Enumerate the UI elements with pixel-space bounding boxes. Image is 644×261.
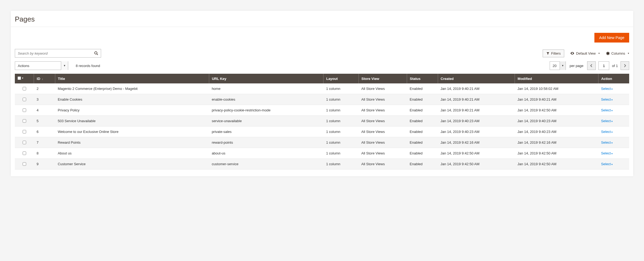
toolbar-top: Filters Default View Columns: [15, 49, 629, 58]
row-select-link[interactable]: Select: [601, 130, 613, 134]
add-new-page-button[interactable]: Add New Page: [594, 33, 629, 43]
filters-label: Filters: [551, 51, 561, 55]
cell-created: Jan 14, 2019 9:40:21 AM: [438, 94, 515, 105]
cell-store-view: All Store Views: [359, 83, 407, 94]
row-checkbox[interactable]: [23, 119, 26, 123]
svg-point-2: [572, 53, 573, 54]
search-icon[interactable]: [94, 51, 99, 56]
cell-store-view: All Store Views: [359, 148, 407, 159]
col-store-label: Store View: [361, 77, 379, 81]
columns-button[interactable]: Columns: [606, 51, 629, 55]
col-header-id[interactable]: ID↓: [34, 74, 55, 83]
row-select-link[interactable]: Select: [601, 87, 613, 91]
chevron-down-icon: ▼: [22, 77, 24, 79]
row-checkbox-cell: [15, 126, 34, 137]
left-group: Actions ▼ 8 records found: [15, 61, 100, 70]
prev-page-button[interactable]: [587, 61, 596, 70]
row-select-link[interactable]: Select: [601, 151, 613, 155]
col-header-created[interactable]: Created: [438, 74, 515, 83]
default-view-label: Default View: [576, 51, 596, 55]
col-status-label: Status: [410, 77, 421, 81]
row-checkbox[interactable]: [23, 108, 26, 112]
search-input[interactable]: [17, 51, 94, 56]
page-number-input[interactable]: [598, 61, 609, 70]
cell-status: Enabled: [407, 116, 438, 126]
next-page-button[interactable]: [621, 61, 629, 70]
actions-label: Actions: [15, 64, 61, 68]
per-page-label: per page: [570, 64, 583, 68]
chevron-left-icon: [590, 64, 593, 67]
row-checkbox-cell: [15, 148, 34, 159]
cell-modified: Jan 14, 2019 9:40:23 AM: [515, 126, 598, 137]
col-header-store-view[interactable]: Store View: [359, 74, 407, 83]
row-select-link[interactable]: Select: [601, 119, 613, 123]
col-header-layout[interactable]: Layout: [323, 74, 359, 83]
row-checkbox[interactable]: [23, 162, 26, 166]
cell-status: Enabled: [407, 126, 438, 137]
cell-layout: 1 column: [323, 126, 359, 137]
pager: of 1: [587, 61, 629, 70]
cell-status: Enabled: [407, 159, 438, 170]
row-checkbox[interactable]: [23, 130, 26, 133]
row-select-link[interactable]: Select: [601, 162, 613, 166]
actions-select[interactable]: Actions ▼: [15, 61, 68, 70]
row-select-link[interactable]: Select: [601, 97, 613, 101]
per-page-value: 20: [550, 64, 560, 68]
svg-point-0: [95, 52, 97, 54]
table-row: 4Privacy Policyprivacy-policy-cookie-res…: [15, 105, 629, 116]
col-modified-label: Modified: [518, 77, 532, 81]
cell-title: Enable Cookies: [55, 94, 209, 105]
col-header-url-key[interactable]: URL Key: [209, 74, 323, 83]
cell-modified: Jan 14, 2019 9:42:50 AM: [515, 159, 598, 170]
cell-created: Jan 14, 2019 9:42:16 AM: [438, 137, 515, 148]
select-all-checkbox[interactable]: [18, 76, 21, 80]
cell-action: Select: [598, 83, 629, 94]
cell-url-key: enable-cookies: [209, 94, 323, 105]
columns-label: Columns: [611, 51, 625, 55]
table-row: 5503 Service Unavailableservice-unavaila…: [15, 116, 629, 126]
cell-store-view: All Store Views: [359, 105, 407, 116]
table-row: 3Enable Cookiesenable-cookies1 columnAll…: [15, 94, 629, 105]
col-header-modified[interactable]: Modified: [515, 74, 598, 83]
col-url-label: URL Key: [212, 77, 226, 81]
cell-action: Select: [598, 116, 629, 126]
data-grid: ▼ ID↓ Title URL Key Layout Store View St…: [15, 74, 629, 170]
header-bar: Add New Page: [15, 27, 629, 49]
row-checkbox-cell: [15, 116, 34, 126]
records-found: 8 records found: [76, 64, 100, 68]
default-view-button[interactable]: Default View: [570, 51, 600, 55]
row-select-link[interactable]: Select: [601, 108, 613, 112]
cell-action: Select: [598, 148, 629, 159]
cell-title: Privacy Policy: [55, 105, 209, 116]
cell-layout: 1 column: [323, 137, 359, 148]
cell-title: Magento 2 Commerce (Enterprise) Demo - M…: [55, 83, 209, 94]
row-checkbox[interactable]: [23, 98, 26, 101]
col-header-status[interactable]: Status: [407, 74, 438, 83]
toolbar-second: Actions ▼ 8 records found 20 ▼ per page …: [15, 61, 629, 70]
cell-layout: 1 column: [323, 148, 359, 159]
header-row: ▼ ID↓ Title URL Key Layout Store View St…: [15, 74, 629, 83]
col-header-checkbox[interactable]: ▼: [15, 74, 34, 83]
col-header-title[interactable]: Title: [55, 74, 209, 83]
row-select-link[interactable]: Select: [601, 140, 613, 144]
cell-action: Select: [598, 94, 629, 105]
cell-modified: Jan 14, 2019 9:42:16 AM: [515, 137, 598, 148]
cell-layout: 1 column: [323, 94, 359, 105]
row-checkbox[interactable]: [23, 87, 26, 90]
table-row: 8About usabout-us1 columnAll Store Views…: [15, 148, 629, 159]
filters-button[interactable]: Filters: [543, 50, 564, 57]
cell-action: Select: [598, 105, 629, 116]
row-checkbox[interactable]: [23, 141, 26, 144]
col-header-action: Action: [598, 74, 629, 83]
cell-created: Jan 14, 2019 9:40:21 AM: [438, 105, 515, 116]
row-checkbox[interactable]: [23, 151, 26, 155]
cell-url-key: customer-service: [209, 159, 323, 170]
table-row: 9Customer Servicecustomer-service1 colum…: [15, 159, 629, 170]
row-checkbox-cell: [15, 94, 34, 105]
per-page-select[interactable]: 20 ▼: [550, 61, 566, 70]
eye-icon: [570, 51, 574, 55]
row-checkbox-cell: [15, 159, 34, 170]
cell-action: Select: [598, 137, 629, 148]
cell-id: 5: [34, 116, 55, 126]
search-input-wrap[interactable]: [15, 49, 101, 58]
